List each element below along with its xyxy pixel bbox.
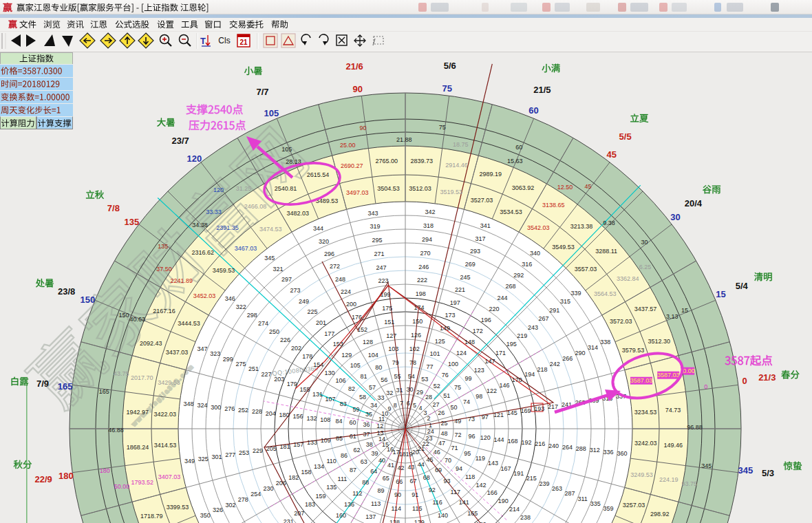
svg-text:341: 341 — [480, 222, 491, 229]
svg-text:24: 24 — [427, 428, 434, 435]
svg-text:2989.19: 2989.19 — [479, 171, 502, 178]
svg-text:292: 292 — [513, 272, 524, 279]
svg-text:182: 182 — [288, 474, 299, 481]
svg-text:122: 122 — [487, 387, 497, 394]
svg-text:76: 76 — [442, 372, 449, 378]
svg-text:69: 69 — [435, 467, 442, 473]
svg-text:350: 350 — [200, 512, 211, 519]
svg-text:180: 180 — [100, 467, 110, 474]
svg-text:60: 60 — [349, 419, 356, 426]
svg-text:302: 302 — [225, 502, 235, 509]
svg-text:100: 100 — [448, 361, 458, 367]
svg-text:15: 15 — [716, 289, 725, 299]
svg-text:151: 151 — [384, 319, 394, 325]
svg-text:240: 240 — [548, 442, 559, 449]
svg-text:37: 37 — [363, 431, 370, 438]
svg-text:3257.03: 3257.03 — [623, 502, 645, 509]
svg-text:193: 193 — [534, 405, 544, 412]
svg-text:318: 318 — [423, 222, 434, 229]
svg-text:246: 246 — [418, 264, 429, 270]
svg-text:142: 142 — [476, 482, 487, 489]
svg-text:2540.81: 2540.81 — [275, 185, 297, 192]
svg-text:25: 25 — [440, 420, 447, 427]
svg-text:60: 60 — [515, 144, 522, 151]
svg-text:2241.89: 2241.89 — [171, 277, 193, 284]
svg-text:120: 120 — [213, 186, 224, 193]
svg-text:63: 63 — [361, 458, 367, 465]
svg-text:3138.65: 3138.65 — [542, 202, 565, 209]
svg-text:254: 254 — [250, 491, 261, 498]
svg-text:55: 55 — [394, 373, 401, 380]
svg-text:2: 2 — [427, 415, 430, 422]
svg-text:200: 200 — [346, 301, 356, 308]
svg-text:150: 150 — [80, 295, 95, 305]
svg-text:125: 125 — [435, 338, 445, 345]
svg-text:293: 293 — [470, 248, 480, 255]
svg-text:33: 33 — [377, 394, 384, 401]
svg-text:37.50: 37.50 — [156, 266, 172, 273]
svg-text:276: 276 — [224, 405, 235, 412]
svg-text:67: 67 — [409, 478, 416, 484]
svg-text:166: 166 — [487, 489, 498, 496]
svg-text:45: 45 — [426, 456, 433, 463]
svg-text:268: 268 — [505, 283, 515, 290]
svg-text:3249.53: 3249.53 — [630, 471, 653, 478]
svg-text:28: 28 — [425, 394, 432, 401]
svg-text:322: 322 — [236, 303, 246, 310]
svg-text:3429.53: 3429.53 — [158, 379, 180, 386]
svg-text:92: 92 — [429, 487, 436, 493]
svg-text:2914.46: 2914.46 — [445, 162, 468, 169]
svg-text:3527.03: 3527.03 — [471, 197, 493, 204]
svg-text:112: 112 — [352, 490, 362, 497]
svg-text:3437.03: 3437.03 — [166, 349, 189, 356]
svg-text:3288.11: 3288.11 — [595, 248, 617, 255]
svg-text:3519.53: 3519.53 — [440, 189, 463, 195]
svg-text:165: 165 — [99, 388, 109, 395]
svg-text:360: 360 — [617, 450, 627, 457]
svg-text:146: 146 — [499, 382, 509, 389]
svg-text:251: 251 — [248, 365, 259, 372]
svg-text:3063.92: 3063.92 — [512, 184, 535, 191]
svg-text:226: 226 — [280, 337, 290, 343]
svg-text:239: 239 — [539, 480, 549, 487]
svg-text:73: 73 — [468, 416, 475, 423]
svg-text:133: 133 — [307, 439, 317, 446]
svg-text:196: 196 — [481, 317, 491, 323]
svg-text:9.38: 9.38 — [603, 220, 615, 226]
svg-text:135: 135 — [124, 217, 139, 227]
svg-text:77: 77 — [427, 363, 434, 370]
svg-text:91: 91 — [412, 491, 418, 498]
svg-text:1942.97: 1942.97 — [126, 409, 149, 416]
svg-text:3497.03: 3497.03 — [346, 189, 369, 196]
svg-text:148: 148 — [464, 339, 475, 345]
svg-text:2765.00: 2765.00 — [376, 158, 398, 164]
svg-text:267: 267 — [539, 315, 549, 322]
svg-text:Cls: Cls — [218, 36, 230, 45]
svg-text:295: 295 — [372, 237, 383, 244]
svg-text:135: 135 — [326, 484, 336, 491]
svg-text:118: 118 — [465, 473, 475, 480]
svg-text:2092.43: 2092.43 — [140, 340, 162, 347]
svg-text:99: 99 — [465, 375, 472, 382]
svg-text:2839.73: 2839.73 — [411, 158, 434, 164]
svg-text:129: 129 — [341, 352, 352, 359]
svg-text:346: 346 — [225, 295, 235, 302]
svg-text:227: 227 — [261, 371, 272, 378]
svg-text:154: 154 — [313, 361, 323, 368]
svg-text:40.63: 40.63 — [130, 316, 146, 323]
svg-text:1868.24: 1868.24 — [127, 444, 149, 451]
svg-text:335: 335 — [590, 500, 601, 507]
svg-text:105: 105 — [350, 362, 361, 369]
svg-text:336: 336 — [603, 449, 614, 456]
svg-text:183: 183 — [305, 501, 315, 508]
svg-text:2466.08: 2466.08 — [244, 203, 267, 210]
svg-text:96: 96 — [468, 433, 475, 440]
svg-text:271: 271 — [374, 250, 384, 257]
svg-text:195: 195 — [506, 341, 517, 348]
svg-text:319: 319 — [370, 223, 381, 230]
svg-text:3482.03: 3482.03 — [287, 210, 310, 217]
svg-text:136: 136 — [344, 501, 354, 508]
svg-text:68: 68 — [423, 474, 430, 481]
svg-text:5: 5 — [413, 402, 416, 409]
svg-text:110: 110 — [327, 458, 336, 465]
